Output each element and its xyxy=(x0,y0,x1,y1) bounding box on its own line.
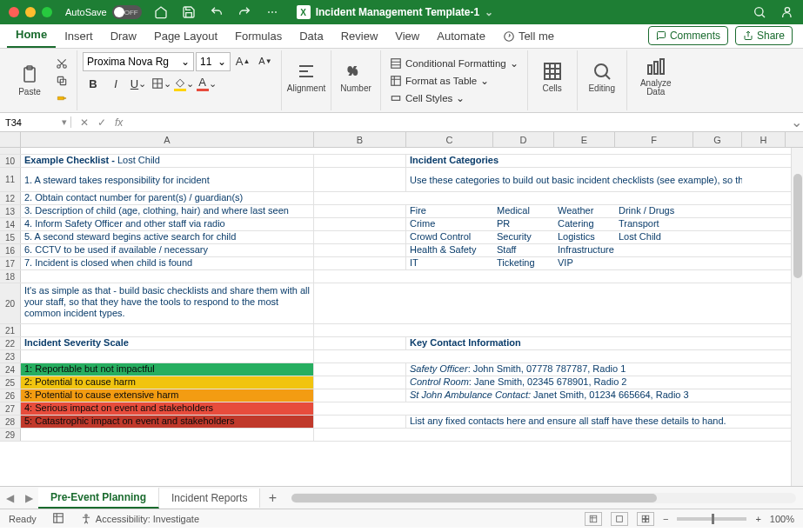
normal-view-button[interactable] xyxy=(585,512,602,526)
row-header[interactable]: 24 xyxy=(0,363,21,376)
name-box[interactable]: T34▾ xyxy=(0,116,71,128)
cell[interactable]: Catering xyxy=(554,218,615,230)
col-header-b[interactable]: B xyxy=(314,132,406,147)
more-icon[interactable]: ⋯ xyxy=(265,5,279,19)
add-sheet-button[interactable]: + xyxy=(260,490,284,506)
cell[interactable]: 3. Description of child (age, clothing, … xyxy=(21,205,314,217)
decrease-font-icon[interactable]: A▼ xyxy=(255,52,276,70)
cell-severity-5[interactable]: 5: Catastrophic impact on event and stak… xyxy=(21,416,314,428)
row-header[interactable]: 18 xyxy=(0,270,21,283)
zoom-slider[interactable] xyxy=(677,517,746,521)
tab-formulas[interactable]: Formulas xyxy=(226,24,291,48)
col-header-f[interactable]: F xyxy=(615,132,693,147)
number-button[interactable]: % Number xyxy=(337,52,375,101)
format-as-table-button[interactable]: Format as Table⌄ xyxy=(386,72,522,90)
conditional-formatting-button[interactable]: Conditional Formatting⌄ xyxy=(386,55,522,72)
cell[interactable] xyxy=(21,350,314,362)
font-name-combo[interactable]: Proxima Nova Rg⌄ xyxy=(83,52,194,71)
tab-insert[interactable]: Insert xyxy=(56,24,102,48)
underline-button[interactable]: U⌄ xyxy=(128,75,149,92)
cell-severity-4[interactable]: 4: Serious impact on event and stakehold… xyxy=(21,402,314,415)
row-header[interactable]: 17 xyxy=(0,257,21,269)
zoom-in-button[interactable]: + xyxy=(755,514,760,524)
cell[interactable]: VIP xyxy=(554,257,615,269)
cell[interactable]: 4. Inform Safety Officer and other staff… xyxy=(21,218,314,230)
font-size-combo[interactable]: 11⌄ xyxy=(196,52,231,71)
cell-severity-1[interactable]: 1: Reportable but not impactful xyxy=(21,363,314,376)
close-window-button[interactable] xyxy=(9,7,19,17)
page-layout-view-button[interactable] xyxy=(611,512,628,526)
cell[interactable]: Key Contact Information xyxy=(406,337,742,349)
accept-formula-icon[interactable]: ✓ xyxy=(97,116,106,129)
row-header[interactable]: 14 xyxy=(0,218,21,230)
col-header-h[interactable]: H xyxy=(742,132,786,147)
col-header-e[interactable]: E xyxy=(554,132,615,147)
cell[interactable]: Control Room: Jane Smith, 02345 678901, … xyxy=(406,376,742,389)
vertical-scrollbar[interactable] xyxy=(791,148,803,486)
fill-color-button[interactable]: ◇⌄ xyxy=(173,75,194,92)
cells-button[interactable]: Cells xyxy=(533,52,572,101)
zoom-level[interactable]: 100% xyxy=(770,514,794,524)
tab-review[interactable]: Review xyxy=(332,24,387,48)
row-header[interactable]: 12 xyxy=(0,192,21,204)
select-all-corner[interactable] xyxy=(0,132,21,147)
cell[interactable]: Incident Severity Scale xyxy=(21,337,314,349)
search-icon[interactable] xyxy=(753,5,766,19)
sheet-tab-active[interactable]: Pre-Event Planning xyxy=(38,488,159,509)
page-break-view-button[interactable] xyxy=(637,512,654,526)
editing-button[interactable]: Editing xyxy=(583,52,621,101)
cell[interactable]: Infrastructure xyxy=(554,244,615,256)
scrollbar-thumb[interactable] xyxy=(793,174,802,278)
fx-icon[interactable]: fx xyxy=(115,116,123,129)
workbook-stats-icon[interactable] xyxy=(52,512,64,526)
cell[interactable]: Crime xyxy=(406,218,493,230)
cell[interactable]: IT xyxy=(406,257,493,269)
cell[interactable] xyxy=(21,270,314,283)
cell-severity-3[interactable]: 3: Potential to cause extensive harm xyxy=(21,389,314,402)
cell[interactable]: Crowd Control xyxy=(406,231,493,243)
format-painter-icon[interactable] xyxy=(52,90,71,106)
cell[interactable]: Safety Officer: John Smith, 07778 787787… xyxy=(406,363,742,376)
col-header-a[interactable]: A xyxy=(21,132,314,147)
redo-icon[interactable] xyxy=(238,5,251,19)
cell[interactable]: Staff xyxy=(493,244,554,256)
col-header-g[interactable]: G xyxy=(693,132,742,147)
expand-formula-bar-icon[interactable]: ⌄ xyxy=(789,114,803,130)
cell[interactable]: 1. A steward takes responsibility for in… xyxy=(21,168,314,191)
copy-icon[interactable] xyxy=(52,73,71,89)
cell[interactable]: Example Checklist - Lost Child xyxy=(21,155,314,167)
row-header[interactable]: 15 xyxy=(0,231,21,243)
tab-automate[interactable]: Automate xyxy=(428,24,494,48)
maximize-window-button[interactable] xyxy=(42,7,52,17)
tab-page-layout[interactable]: Page Layout xyxy=(145,24,226,48)
horizontal-scrollbar[interactable] xyxy=(291,493,796,503)
cancel-formula-icon[interactable]: ✕ xyxy=(80,116,89,129)
accessibility-status[interactable]: Accessibility: Investigate xyxy=(80,513,199,525)
row-header[interactable]: 13 xyxy=(0,205,21,217)
paste-button[interactable]: Paste xyxy=(10,57,49,105)
cell[interactable]: Medical xyxy=(493,205,554,217)
home-icon[interactable] xyxy=(154,5,168,19)
alignment-button[interactable]: Alignment xyxy=(287,52,325,101)
cell[interactable]: It's as simple as that - build basic che… xyxy=(21,283,314,323)
tab-home[interactable]: Home xyxy=(7,23,56,48)
cell[interactable]: Ticketing xyxy=(493,257,554,269)
cell[interactable]: Health & Safety xyxy=(406,244,493,256)
cell-styles-button[interactable]: Cell Styles⌄ xyxy=(386,90,522,107)
cell[interactable]: Lost Child xyxy=(615,231,693,243)
cell[interactable]: 7. Incident is closed when child is foun… xyxy=(21,257,314,269)
col-header-d[interactable]: D xyxy=(493,132,554,147)
cell[interactable]: Drink / Drugs xyxy=(615,205,693,217)
save-icon[interactable] xyxy=(182,5,196,19)
cell[interactable] xyxy=(21,429,314,441)
cell-severity-2[interactable]: 2: Potential to cause harm xyxy=(21,376,314,389)
analyze-data-button[interactable]: AnalyzeData xyxy=(632,52,679,101)
italic-button[interactable]: I xyxy=(105,75,126,92)
prev-sheet-icon[interactable]: ◀ xyxy=(0,492,19,504)
cell[interactable]: List any fixed contacts here and ensure … xyxy=(406,416,742,428)
row-header[interactable]: 16 xyxy=(0,244,21,256)
zoom-out-button[interactable]: − xyxy=(663,514,668,524)
chevron-down-icon[interactable]: ⌄ xyxy=(485,6,493,18)
tab-view[interactable]: View xyxy=(386,24,428,48)
cell[interactable] xyxy=(21,324,314,336)
